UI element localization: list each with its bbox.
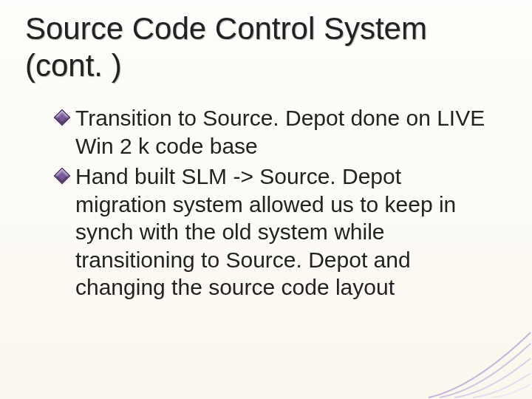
- bullet-text: Hand built SLM -> Source. Depot migratio…: [75, 164, 456, 299]
- list-item: Hand built SLM -> Source. Depot migratio…: [55, 163, 494, 301]
- slide: Source Code Control System (cont. ) Tran…: [0, 0, 532, 399]
- title-line-1: Source Code Control System: [25, 10, 502, 47]
- decorative-corner-icon: [414, 303, 532, 399]
- bullet-list: Transition to Source. Depot done on LIVE…: [55, 104, 494, 301]
- diamond-bullet-icon: [54, 109, 71, 126]
- bullet-text: Transition to Source. Depot done on LIVE…: [75, 106, 485, 158]
- title-line-2: (cont. ): [25, 47, 502, 84]
- list-item: Transition to Source. Depot done on LIVE…: [55, 104, 494, 160]
- slide-title: Source Code Control System (cont. ): [25, 10, 502, 83]
- diamond-bullet-icon: [54, 168, 71, 185]
